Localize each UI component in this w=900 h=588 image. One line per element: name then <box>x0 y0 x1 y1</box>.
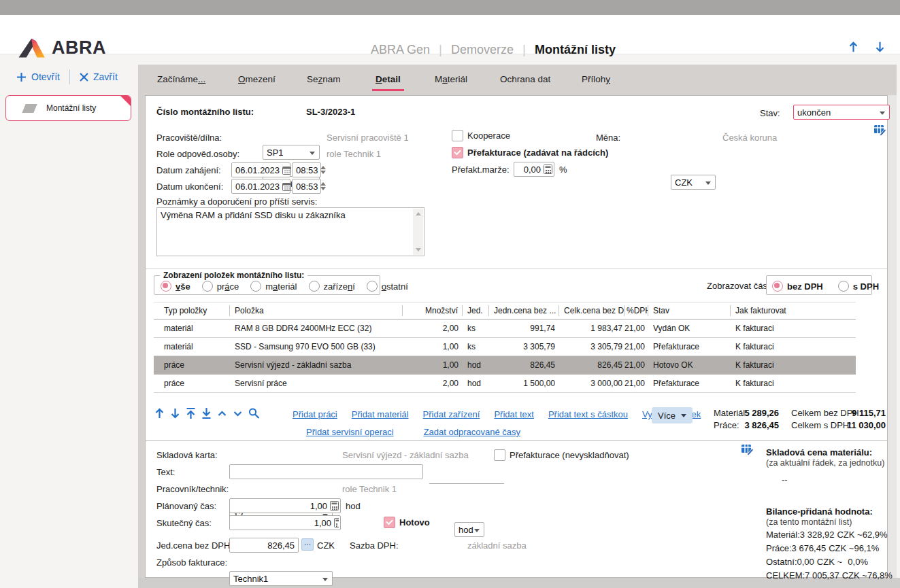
planned-time-input[interactable]: 1,00 <box>229 498 341 513</box>
chevron-up-icon[interactable] <box>216 407 228 419</box>
move-top-icon[interactable] <box>185 407 197 419</box>
search-icon[interactable] <box>248 407 261 419</box>
scrollbar-track[interactable] <box>888 95 897 578</box>
move-bottom-icon[interactable] <box>201 407 212 419</box>
tab-seznam[interactable]: Seznam <box>307 74 341 84</box>
calendar-icon[interactable] <box>282 166 291 175</box>
doc-number-value: SL-3/2023-1 <box>306 107 355 117</box>
radio[interactable] <box>309 281 320 292</box>
breadcrumb: ABRA Gen | Demoverze | Montážní listy <box>371 42 616 57</box>
add-service-operation-link[interactable]: Přidat servisní operaci <box>306 427 394 437</box>
radio[interactable] <box>367 281 378 292</box>
add-material-link[interactable]: Přidat materiál <box>352 409 409 419</box>
add-text-link[interactable]: Přidat text <box>494 409 534 419</box>
filter-option-zarizeni[interactable]: zařízení <box>309 281 355 292</box>
time-end-input[interactable]: 08:53 <box>292 179 321 194</box>
worker-label: Pracovník/technik: <box>156 484 229 494</box>
section-divider <box>146 440 887 441</box>
done-checkbox[interactable] <box>384 517 395 528</box>
calculator-icon[interactable] <box>544 165 552 174</box>
chevron-down-icon[interactable] <box>232 407 244 419</box>
sidebar-item-montazni-listy[interactable]: Montážní listy <box>5 95 131 121</box>
filter-option-vse[interactable]: vše <box>161 281 190 292</box>
tab-material[interactable]: Materiál <box>435 74 467 84</box>
more-button[interactable]: Více <box>652 407 693 423</box>
move-up-icon[interactable] <box>154 407 165 419</box>
field-underline <box>429 483 504 484</box>
doc-number-label: Číslo montážního listu: <box>156 107 254 117</box>
radio-selected[interactable] <box>772 281 783 292</box>
time-spinner[interactable] <box>320 182 326 190</box>
tab-detail[interactable]: Detail <box>376 74 401 84</box>
text-input[interactable] <box>229 464 423 479</box>
row-actions: Přidat práci Přidat materiál Přidat zaří… <box>293 409 701 419</box>
scroll-up-icon[interactable] <box>413 209 423 219</box>
table-row[interactable]: práceServisní práce2,00hod1 500,003 000,… <box>154 375 856 393</box>
status-select[interactable]: ukončen <box>793 105 890 120</box>
items-table: Typ položky Položka Množství Jed. Jedn.c… <box>154 302 856 393</box>
notes-scrollbar[interactable] <box>413 209 423 255</box>
calendar-icon[interactable] <box>282 182 291 191</box>
radio[interactable] <box>838 281 849 292</box>
add-work-link[interactable]: Přidat práci <box>293 409 337 419</box>
filter-option-ostatni[interactable]: ostatní <box>367 281 408 292</box>
time-spinner[interactable] <box>320 166 326 174</box>
prefakturace-checkbox[interactable] <box>452 147 463 158</box>
prefakturace-checkbox-row[interactable]: Přefakturace (zadávat na řádcích) <box>452 147 608 158</box>
tab-omezeni[interactable]: Omezení <box>238 74 276 84</box>
open-button[interactable]: Otevřít <box>16 71 60 82</box>
calculator-icon[interactable] <box>334 518 339 528</box>
workplace-select[interactable]: SP1 <box>263 145 320 160</box>
nav-down-icon[interactable] <box>874 41 886 53</box>
unit-price-label: Jed.cena bez DPH: <box>156 540 233 551</box>
amounts-option-bez-dph[interactable]: bez DPH <box>772 281 823 292</box>
date-end-input[interactable]: 06.01.2023 <box>231 179 290 194</box>
tab-bar: Začínáme... Omezení Seznam Detail Materi… <box>138 65 897 95</box>
table-row[interactable]: materiálSSD - Samsung 970 EVO 500 GB (33… <box>154 338 856 356</box>
edit-table-icon[interactable] <box>873 124 886 136</box>
unit-select[interactable]: hod <box>454 522 484 537</box>
table-row[interactable]: materiálRAM 8 GB DDR4 2400MHz ECC (32)2,… <box>154 319 856 338</box>
currency-select[interactable]: CZK <box>671 175 716 190</box>
kooperace-checkbox-row[interactable]: Kooperace <box>452 130 510 141</box>
move-down-icon[interactable] <box>169 407 181 419</box>
tab-prilohy[interactable]: Přílohy <box>582 74 610 84</box>
close-button[interactable]: Zavřít <box>80 71 118 82</box>
open-button-label: Otevřít <box>31 71 60 82</box>
filter-option-prace[interactable]: práce <box>202 281 239 292</box>
time-start-input[interactable]: 08:53 <box>292 162 321 177</box>
price-lookup-button[interactable]: ... <box>301 538 314 551</box>
prefakturace-nevyskladnovat-row[interactable]: Přefakturace (nevyskladňovat) <box>494 449 629 461</box>
tab-zaciname[interactable]: Začínáme... <box>157 74 205 84</box>
notes-textarea[interactable]: Výměna RAM a přidání SSD disku u zákazní… <box>156 207 424 256</box>
radio-selected[interactable] <box>161 281 171 292</box>
tab-ochrana-dat[interactable]: Ochrana dat <box>500 74 550 84</box>
prefakturace-nevyskladnovat-checkbox[interactable] <box>494 449 505 461</box>
done-checkbox-row[interactable]: Hotovo <box>384 517 430 528</box>
kooperace-checkbox[interactable] <box>452 130 463 141</box>
filter-option-material[interactable]: materiál <box>250 281 297 292</box>
table-header[interactable]: Typ položky Položka Množství Jed. Jedn.c… <box>154 302 856 319</box>
date-start-input[interactable]: 06.01.2023 <box>231 162 290 177</box>
title-separator: | <box>439 42 442 57</box>
stock-price-title: Skladová cena materiálu: <box>766 447 872 457</box>
enter-worked-times-link[interactable]: Zadat odpracované časy <box>424 427 520 437</box>
unit-price-input[interactable]: 826,45 <box>229 538 299 553</box>
calculator-icon[interactable] <box>330 501 339 511</box>
add-device-link[interactable]: Přidat zařízení <box>423 409 480 419</box>
amounts-option-s-dph[interactable]: s DPH <box>838 281 879 292</box>
actual-time-input[interactable]: 1,00 <box>229 515 341 530</box>
edit-table-icon[interactable] <box>741 444 754 455</box>
close-button-label: Zavřít <box>93 71 118 82</box>
margin-input[interactable]: 0,00 <box>514 162 554 177</box>
radio[interactable] <box>250 281 261 292</box>
add-text-amount-link[interactable]: Přidat text s částkou <box>548 409 628 419</box>
abra-logo: ABRA <box>18 37 106 58</box>
worker-select[interactable]: Technik1 <box>229 571 333 586</box>
scroll-down-icon[interactable] <box>413 245 423 255</box>
items-filter-group: Zobrazení položek montážního listu: vše … <box>154 275 380 295</box>
nav-up-icon[interactable] <box>848 41 859 53</box>
page-title: Montážní listy <box>535 43 616 57</box>
table-row-selected[interactable]: práceServisní výjezd - základní sazba1,0… <box>154 356 856 375</box>
radio[interactable] <box>202 281 213 292</box>
